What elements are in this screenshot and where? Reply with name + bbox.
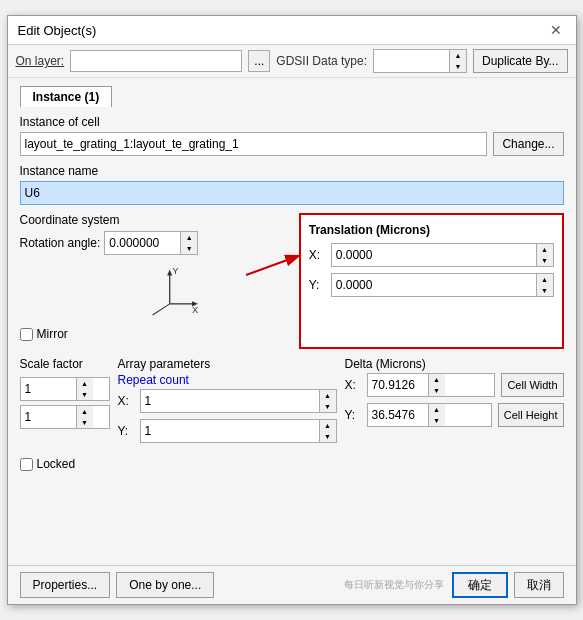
- translation-x-up[interactable]: ▲: [537, 244, 553, 255]
- array-x-row: X: ▲ ▼: [118, 389, 337, 413]
- middle-section: Coordinate system Rotation angle: ▲ ▼: [20, 213, 564, 349]
- rotation-down[interactable]: ▼: [181, 243, 197, 254]
- mirror-checkbox[interactable]: [20, 328, 33, 341]
- bottom-grid: Scale factor ▲ ▼ ▲ ▼: [20, 357, 564, 449]
- layer-label: On layer:: [16, 54, 65, 68]
- gdsii-type-up[interactable]: ▲: [450, 50, 466, 61]
- footer-right: 确定 取消: [452, 572, 564, 598]
- translation-y-spin: ▲ ▼: [331, 273, 554, 297]
- rotation-input[interactable]: [105, 232, 180, 254]
- array-x-label: X:: [118, 394, 134, 408]
- array-y-row: Y: ▲ ▼: [118, 419, 337, 443]
- instance-of-cell-row: Change...: [20, 132, 564, 156]
- layer-input[interactable]: [70, 50, 242, 72]
- scale-1-input[interactable]: [21, 378, 76, 400]
- rotation-label: Rotation angle:: [20, 236, 101, 250]
- translation-y-input[interactable]: [332, 274, 536, 296]
- array-y-down[interactable]: ▼: [320, 431, 336, 442]
- gdsii-type-spin: ▲ ▼: [373, 49, 467, 73]
- gdsii-type-down[interactable]: ▼: [450, 61, 466, 72]
- watermark: 每日听新视觉与你分享: [344, 578, 444, 592]
- translation-x-label: X:: [309, 248, 325, 262]
- translation-section: Translation (Microns) X: ▲ ▼ Y:: [299, 213, 564, 349]
- translation-y-down[interactable]: ▼: [537, 285, 553, 296]
- gdsii-type-spinners: ▲ ▼: [449, 50, 466, 72]
- translation-label: Translation (Microns): [309, 223, 554, 237]
- instance-of-cell-label: Instance of cell: [20, 115, 564, 129]
- translation-x-down[interactable]: ▼: [537, 255, 553, 266]
- delta-y-input[interactable]: [368, 404, 428, 426]
- duplicate-button[interactable]: Duplicate By...: [473, 49, 567, 73]
- scale-2-spin: ▲ ▼: [20, 405, 110, 429]
- instance-name-input[interactable]: [20, 181, 564, 205]
- array-section: Array parameters Repeat count X: ▲ ▼ Y: [118, 357, 337, 449]
- mirror-label: Mirror: [37, 327, 68, 341]
- cell-width-button[interactable]: Cell Width: [501, 373, 563, 397]
- array-y-up[interactable]: ▲: [320, 420, 336, 431]
- dialog-title: Edit Object(s): [18, 23, 97, 38]
- scale-2-down[interactable]: ▼: [77, 417, 93, 428]
- close-button[interactable]: ✕: [546, 22, 566, 38]
- delta-y-up[interactable]: ▲: [429, 404, 445, 415]
- change-button[interactable]: Change...: [493, 132, 563, 156]
- svg-text:X: X: [192, 304, 199, 315]
- delta-x-spin: ▲ ▼: [367, 373, 496, 397]
- scale-1-spin: ▲ ▼: [20, 377, 110, 401]
- properties-button[interactable]: Properties...: [20, 572, 111, 598]
- scale-2-input[interactable]: [21, 406, 76, 428]
- left-column: Coordinate system Rotation angle: ▲ ▼: [20, 213, 289, 349]
- rotation-up[interactable]: ▲: [181, 232, 197, 243]
- delta-label: Delta (Microns): [345, 357, 564, 371]
- instance-of-cell-input[interactable]: [20, 132, 488, 156]
- locked-checkbox[interactable]: [20, 458, 33, 471]
- gdsii-type-input[interactable]: [374, 50, 449, 72]
- svg-text:Y: Y: [172, 265, 179, 276]
- scale-1-up[interactable]: ▲: [77, 378, 93, 389]
- layer-dots-button[interactable]: ...: [248, 50, 270, 72]
- svg-line-6: [153, 304, 170, 315]
- coordinate-label: Coordinate system: [20, 213, 289, 227]
- tab-header: Instance (1): [20, 86, 564, 107]
- locked-row: Locked: [20, 457, 564, 471]
- scale-inputs: ▲ ▼ ▲ ▼: [20, 377, 110, 429]
- locked-label: Locked: [37, 457, 76, 471]
- instance-name-section: Instance name: [20, 164, 564, 205]
- axis-diagram: Y X: [144, 261, 204, 321]
- delta-y-spin: ▲ ▼: [367, 403, 492, 427]
- rotation-spin: ▲ ▼: [104, 231, 198, 255]
- gdsii-type-label: GDSII Data type:: [276, 54, 367, 68]
- array-y-input[interactable]: [141, 420, 319, 442]
- translation-y-row: Y: ▲ ▼: [309, 273, 554, 297]
- title-bar: Edit Object(s) ✕: [8, 16, 576, 45]
- array-x-down[interactable]: ▼: [320, 401, 336, 412]
- delta-x-label: X:: [345, 378, 361, 392]
- one-by-one-button[interactable]: One by one...: [116, 572, 214, 598]
- cell-height-button[interactable]: Cell Height: [498, 403, 564, 427]
- translation-x-input[interactable]: [332, 244, 536, 266]
- array-y-label: Y:: [118, 424, 134, 438]
- delta-x-up[interactable]: ▲: [429, 374, 445, 385]
- array-x-up[interactable]: ▲: [320, 390, 336, 401]
- instance-tab[interactable]: Instance (1): [20, 86, 113, 107]
- scale-2-up[interactable]: ▲: [77, 406, 93, 417]
- footer-left: Properties... One by one...: [20, 572, 215, 598]
- array-y-spin: ▲ ▼: [140, 419, 337, 443]
- scale-1-down[interactable]: ▼: [77, 389, 93, 400]
- translation-y-label: Y:: [309, 278, 325, 292]
- footer: Properties... One by one... 每日听新视觉与你分享 确…: [8, 565, 576, 604]
- repeat-label: Repeat count: [118, 373, 337, 387]
- delta-x-row: X: ▲ ▼ Cell Width: [345, 373, 564, 397]
- delta-y-down[interactable]: ▼: [429, 415, 445, 426]
- translation-x-spin: ▲ ▼: [331, 243, 554, 267]
- translation-y-up[interactable]: ▲: [537, 274, 553, 285]
- scale-section: Scale factor ▲ ▼ ▲ ▼: [20, 357, 110, 449]
- delta-x-down[interactable]: ▼: [429, 385, 445, 396]
- scale-label: Scale factor: [20, 357, 110, 371]
- cancel-button[interactable]: 取消: [514, 572, 564, 598]
- translation-x-row: X: ▲ ▼: [309, 243, 554, 267]
- delta-y-label: Y:: [345, 408, 361, 422]
- rotation-row: Rotation angle: ▲ ▼: [20, 231, 289, 255]
- delta-x-input[interactable]: [368, 374, 428, 396]
- array-x-input[interactable]: [141, 390, 319, 412]
- ok-button[interactable]: 确定: [452, 572, 508, 598]
